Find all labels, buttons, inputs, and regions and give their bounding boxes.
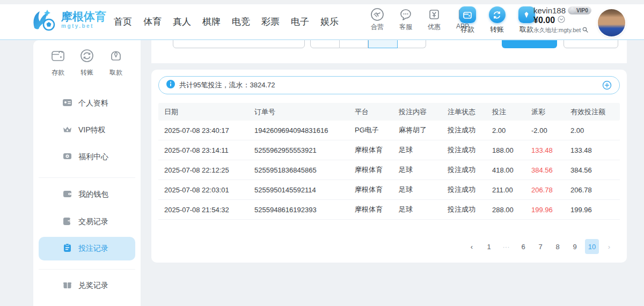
table-row: 2025-07-08 22:03:01 5255950145592114 摩根体… [158,180,620,200]
main-nav: 首页 体育 真人 棋牌 电竞 彩票 电子 娱乐 [114,4,339,39]
handshake-icon [370,8,384,21]
cell-platform: 摩根体育 [349,145,393,155]
brand-logo[interactable]: 摩根体育 mgty.bet [31,8,106,32]
sidebar-item-label: 个人资料 [78,99,108,108]
pagination-ellipsis[interactable]: ··· [499,239,513,254]
sidebar-transfer-button[interactable]: 转账 [79,48,95,77]
cell-date: 2025-07-08 23:40:17 [158,126,248,135]
date-range-option-3-selected[interactable] [368,40,398,48]
transfer-outline-icon [79,48,95,66]
sidebar-item-vip[interactable]: VIP特权 [39,118,135,142]
transfer-icon [489,6,506,23]
sidebar-item-wallet[interactable]: 我的钱包 [39,183,135,206]
sidebar-item-prize-records[interactable]: 兑奖记录 [39,274,135,297]
cell-platform: 摩根体育 [349,165,393,175]
filter-select-input[interactable] [173,40,305,48]
nav-item-home[interactable]: 首页 [114,16,132,28]
withdraw-icon [518,6,535,23]
pagination-page-10-active[interactable]: 10 [585,239,599,254]
cell-payout: 206.78 [525,186,565,194]
gem-icon [569,7,576,14]
pagination-page-1[interactable]: 1 [482,239,496,254]
date-range-option-4[interactable] [398,40,427,48]
deposit-icon [459,6,476,23]
profile-icon [62,98,72,110]
service-support[interactable]: 客服 [396,8,416,32]
benefits-icon [62,151,72,163]
cell-status: 投注成功 [442,185,486,195]
service-label: 合营 [371,23,384,32]
cell-stake: 2.00 [486,126,525,135]
withdraw-outline-icon [108,48,124,66]
cell-date: 2025-07-08 22:03:01 [158,186,248,194]
reset-button[interactable] [564,40,618,48]
nav-item-entertainment[interactable]: 娱乐 [320,16,339,28]
cell-bet-content: 麻将胡了 [393,125,442,135]
summary-text: 共计95笔投注，流水：3824.72 [179,80,275,90]
col-header-platform: 平台 [349,107,393,117]
service-promo[interactable]: 优惠 [424,8,444,32]
sidebar-item-bet-records[interactable]: 投注记录 [39,237,135,260]
sidebar-item-label: 福利中心 [78,152,108,162]
service-partner[interactable]: 合营 [367,8,387,32]
deposit-button[interactable]: 存款 [457,6,478,34]
cell-valid-stake: 2.00 [565,126,620,135]
nav-item-lottery[interactable]: 彩票 [261,16,280,28]
cell-order-no: 5255950145592114 [248,186,349,194]
service-label: 客服 [399,23,412,32]
avatar[interactable] [598,9,625,36]
sidebar-quick-actions: 存款 转账 取款 [33,40,141,77]
date-range-option-1[interactable] [310,40,340,48]
cell-payout: -2.00 [525,126,565,135]
cell-stake: 288.00 [486,206,525,214]
cell-status: 投注成功 [442,165,486,175]
date-range-option-2[interactable] [340,40,369,48]
sidebar-withdraw-button[interactable]: 取款 [108,48,124,77]
plus-circle-icon[interactable] [602,80,612,90]
table-row: 2025-07-08 22:12:25 5255951836845865 摩根体… [158,160,620,180]
info-icon [166,80,175,91]
nav-item-sports[interactable]: 体育 [143,16,162,28]
cell-status: 投注成功 [442,145,486,155]
magnifier-icon[interactable] [582,27,588,34]
sidebar-deposit-button[interactable]: 存款 [50,48,66,77]
nav-item-live[interactable]: 真人 [173,16,191,28]
pagination-page-8[interactable]: 8 [551,239,565,254]
sidebar-item-label: 我的钱包 [78,190,108,199]
table-header-row: 日期 订单号 平台 投注内容 注单状态 投注 派彩 有效投注额 [158,103,620,121]
pagination-page-9[interactable]: 9 [568,239,582,254]
table-row: 2025-07-08 23:40:17 1942609694094831616 … [158,121,620,140]
service-label: 优惠 [428,23,441,32]
search-button[interactable] [502,40,557,48]
permanent-address: 永久地址:mgty.bet [533,26,581,34]
sidebar-item-label: 交易记录 [78,217,108,227]
username[interactable]: kevin188 [533,6,566,15]
pagination-page-6[interactable]: 6 [516,239,530,254]
quick-label: 取款 [109,68,122,77]
promo-icon [427,8,441,21]
chevron-down-icon[interactable] [558,16,565,25]
nav-item-slots[interactable]: 电子 [291,16,309,28]
transfer-button[interactable]: 转账 [486,6,508,34]
bet-records-table: 日期 订单号 平台 投注内容 注单状态 投注 派彩 有效投注额 2025-07-… [158,103,620,220]
nav-item-cards[interactable]: 棋牌 [202,16,221,28]
nav-item-esports[interactable]: 电竞 [232,16,250,28]
sidebar-item-transactions[interactable]: 交易记录 [39,210,135,234]
customer-service-icon [399,8,413,21]
col-header-stake: 投注 [486,107,525,117]
col-header-payout: 派彩 [525,107,565,117]
bet-records-icon [62,243,72,255]
cell-platform: PG电子 [349,125,393,135]
vip-level: VIP0 [576,8,588,13]
pagination-prev-button[interactable]: ‹ [465,239,479,254]
sidebar-item-profile[interactable]: 个人资料 [39,92,135,115]
pagination-page-7[interactable]: 7 [533,239,547,254]
cell-valid-stake: 199.96 [565,206,620,214]
pagination-next-button[interactable]: › [602,239,616,254]
cell-date: 2025-07-08 23:14:11 [158,146,248,154]
cell-payout: 384.56 [525,166,565,174]
sidebar: 存款 转账 取款 个人资料 VIP特权 [33,40,141,306]
sidebar-item-benefits[interactable]: 福利中心 [39,145,135,169]
cell-date: 2025-07-08 21:54:32 [158,206,248,214]
sidebar-item-label: 投注记录 [78,244,108,253]
